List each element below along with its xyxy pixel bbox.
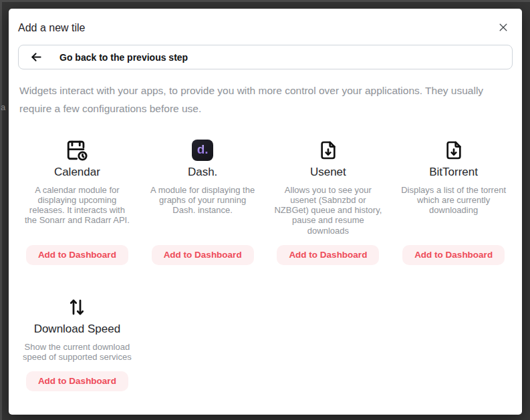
background-peek-text: a bbox=[1, 102, 5, 113]
modal-title: Add a new tile bbox=[18, 22, 86, 34]
go-back-button[interactable]: Go back to the previous step bbox=[18, 45, 513, 69]
widget-title: Dash. bbox=[188, 166, 217, 179]
widget-card-usenet: Usenet Allows you to see your usenet (Sa… bbox=[269, 138, 388, 264]
widget-card-calendar: Calendar A calendar module for displayin… bbox=[18, 138, 136, 264]
widget-card-download-speed: Download Speed Show the current download… bbox=[18, 294, 136, 391]
calendar-clock-icon bbox=[65, 138, 88, 163]
add-to-dashboard-button-bittorrent[interactable]: Add to Dashboard bbox=[402, 245, 505, 265]
dash-logo-text: d. bbox=[197, 143, 209, 158]
close-icon bbox=[498, 22, 509, 33]
widget-description: A calendar module for displaying upcomin… bbox=[22, 185, 132, 225]
file-download-icon bbox=[443, 138, 465, 163]
file-download-icon bbox=[317, 138, 339, 163]
widget-description: A module for displaying the graphs of yo… bbox=[148, 185, 257, 215]
arrow-left-icon bbox=[29, 50, 43, 64]
close-button[interactable] bbox=[497, 21, 510, 34]
add-tile-modal: Add a new tile Go back to the previous s… bbox=[9, 9, 522, 415]
widget-title: Download Speed bbox=[34, 323, 120, 336]
widgets-intro-text: Widgets interact with your apps, to prov… bbox=[19, 81, 511, 118]
widget-title: Calendar bbox=[54, 166, 100, 179]
widget-card-dash: d. Dash. A module for displaying the gra… bbox=[144, 138, 262, 264]
modal-header: Add a new tile bbox=[18, 22, 513, 34]
add-to-dashboard-button-usenet[interactable]: Add to Dashboard bbox=[277, 245, 379, 265]
widget-title: BitTorrent bbox=[429, 166, 478, 179]
widget-description: Allows you to see your usenet (Sabnzbd o… bbox=[273, 185, 383, 235]
widget-description: Show the current download speed of suppo… bbox=[22, 342, 132, 362]
add-to-dashboard-button-download-speed[interactable]: Add to Dashboard bbox=[26, 371, 128, 391]
dash-logo-icon: d. bbox=[192, 138, 213, 163]
widget-description: Displays a list of the torrent which are… bbox=[399, 185, 509, 215]
add-to-dashboard-button-dash[interactable]: Add to Dashboard bbox=[152, 245, 254, 265]
arrows-up-down-icon bbox=[67, 294, 87, 320]
add-to-dashboard-button-calendar[interactable]: Add to Dashboard bbox=[26, 245, 128, 265]
go-back-label: Go back to the previous step bbox=[59, 52, 188, 63]
widget-grid: Calendar A calendar module for displayin… bbox=[18, 138, 513, 391]
widget-title: Usenet bbox=[310, 166, 346, 179]
widget-card-bittorrent: BitTorrent Displays a list of the torren… bbox=[394, 138, 513, 264]
